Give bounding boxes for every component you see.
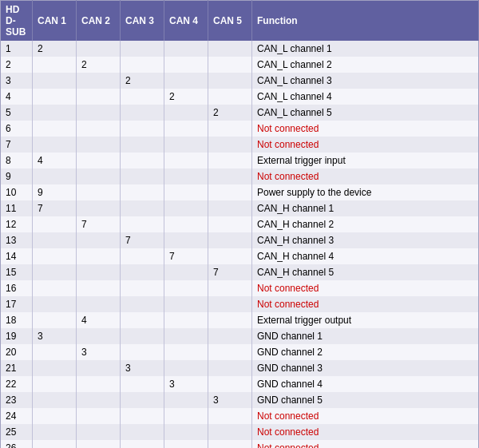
function-cell: CAN_L channel 5: [252, 105, 479, 121]
pin-cell: 7: [121, 232, 164, 248]
function-cell: Not connected: [252, 137, 479, 153]
pin-cell: 7: [1, 137, 33, 153]
pin-cell: [77, 408, 121, 424]
table-row: 16Not connected: [1, 280, 479, 296]
pin-cell: [33, 105, 77, 121]
pin-cell: [121, 89, 164, 105]
pin-cell: [121, 153, 164, 168]
pin-cell: [77, 105, 121, 121]
pin-cell: [208, 344, 252, 360]
pin-cell: [33, 57, 77, 73]
function-cell: CAN_H channel 3: [252, 232, 479, 248]
pin-cell: 7: [77, 216, 121, 232]
pin-cell: [77, 424, 121, 440]
pin-cell: [121, 328, 164, 344]
pin-cell: [77, 376, 121, 392]
pin-cell: 5: [1, 105, 33, 121]
pin-cell: 11: [1, 200, 33, 216]
table-row: 109Power supply to the device: [1, 184, 479, 200]
pin-cell: 1: [1, 41, 33, 57]
function-cell: GND channel 1: [252, 328, 479, 344]
pin-cell: 10: [1, 184, 33, 200]
pin-cell: [164, 153, 208, 168]
pin-cell: [121, 216, 164, 232]
function-cell: CAN_L channel 1: [252, 41, 479, 57]
pin-cell: 14: [1, 248, 33, 264]
pin-cell: [77, 168, 121, 184]
pin-cell: [164, 408, 208, 424]
header-can3: CAN 3: [121, 1, 164, 42]
pin-cell: [77, 89, 121, 105]
pin-cell: [164, 121, 208, 137]
pin-cell: [164, 216, 208, 232]
pin-cell: [33, 344, 77, 360]
pin-cell: [164, 57, 208, 73]
pin-cell: [33, 168, 77, 184]
table-row: 7Not connected: [1, 137, 479, 153]
function-cell: Not connected: [252, 296, 479, 312]
pin-cell: [77, 121, 121, 137]
pin-cell: [208, 89, 252, 105]
pin-cell: [77, 184, 121, 200]
pin-cell: [33, 216, 77, 232]
table-row: 26Not connected: [1, 440, 479, 448]
pin-cell: [121, 248, 164, 264]
pin-cell: 25: [1, 424, 33, 440]
pin-function-table: HD D-SUB CAN 1 CAN 2 CAN 3 CAN 4 CAN 5 F…: [0, 0, 479, 448]
pin-cell: 4: [77, 312, 121, 328]
pin-cell: 3: [121, 360, 164, 376]
table-row: 6Not connected: [1, 121, 479, 137]
pin-cell: [164, 168, 208, 184]
pin-cell: [77, 137, 121, 153]
function-cell: CAN_L channel 4: [252, 89, 479, 105]
pin-cell: [33, 376, 77, 392]
table-row: 184External trigger output: [1, 312, 479, 328]
pin-cell: 4: [33, 153, 77, 168]
pin-cell: [208, 184, 252, 200]
table-row: 9Not connected: [1, 168, 479, 184]
pin-cell: 7: [33, 200, 77, 216]
pin-cell: [208, 376, 252, 392]
pin-cell: [33, 280, 77, 296]
function-cell: Not connected: [252, 121, 479, 137]
pin-cell: [208, 424, 252, 440]
function-cell: Power supply to the device: [252, 184, 479, 200]
pin-cell: [164, 41, 208, 57]
pin-cell: [208, 73, 252, 89]
pin-cell: [208, 216, 252, 232]
pin-cell: 2: [33, 41, 77, 57]
pin-cell: [121, 296, 164, 312]
pin-cell: [164, 73, 208, 89]
pin-cell: 7: [208, 264, 252, 280]
table-row: 127CAN_H channel 2: [1, 216, 479, 232]
pin-cell: [208, 200, 252, 216]
pin-cell: 4: [1, 89, 33, 105]
pin-cell: [121, 408, 164, 424]
pin-cell: 22: [1, 376, 33, 392]
function-cell: CAN_H channel 2: [252, 216, 479, 232]
pin-cell: [121, 392, 164, 408]
function-cell: GND channel 4: [252, 376, 479, 392]
function-cell: GND channel 3: [252, 360, 479, 376]
pin-cell: [33, 89, 77, 105]
pin-cell: [164, 264, 208, 280]
pin-cell: 9: [33, 184, 77, 200]
table-row: 22CAN_L channel 2: [1, 57, 479, 73]
pin-cell: [121, 280, 164, 296]
pin-cell: [33, 296, 77, 312]
pin-cell: [164, 344, 208, 360]
pin-cell: [121, 184, 164, 200]
function-cell: CAN_H channel 4: [252, 248, 479, 264]
pin-cell: 2: [208, 105, 252, 121]
pin-cell: [33, 440, 77, 448]
pin-cell: 2: [164, 89, 208, 105]
table-row: 12CAN_L channel 1: [1, 41, 479, 57]
table-row: 24Not connected: [1, 408, 479, 424]
pin-cell: 13: [1, 232, 33, 248]
pin-cell: 23: [1, 392, 33, 408]
table-row: 32CAN_L channel 3: [1, 73, 479, 89]
function-cell: CAN_H channel 1: [252, 200, 479, 216]
pin-cell: [164, 280, 208, 296]
header-can1: CAN 1: [33, 1, 77, 42]
pin-cell: [77, 360, 121, 376]
